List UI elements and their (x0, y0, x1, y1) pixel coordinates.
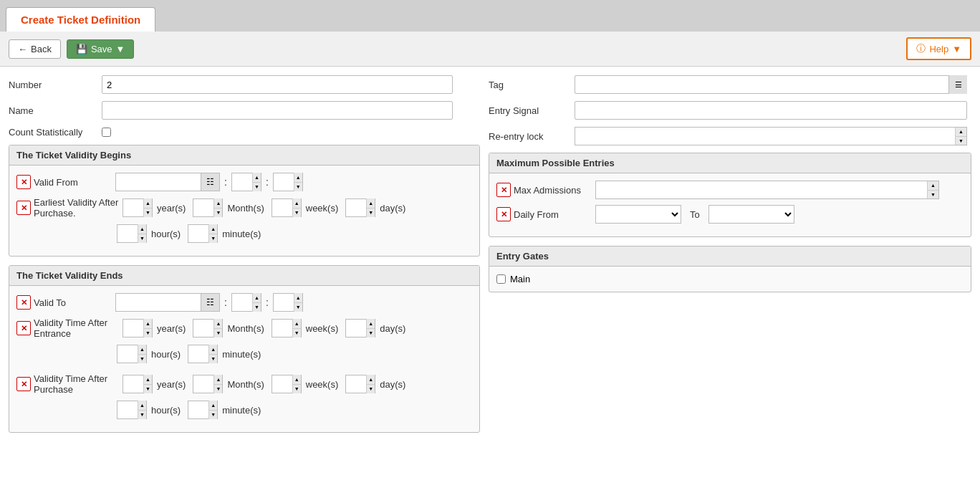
ve-week-up[interactable]: ▲ (293, 319, 301, 329)
ve-hour-input[interactable] (117, 345, 138, 363)
validity-entrance-clear-button[interactable]: ✕ (16, 321, 31, 335)
vp-year-down[interactable]: ▼ (144, 385, 152, 394)
ve-minute-input[interactable] (188, 345, 208, 363)
ev-year-input[interactable] (123, 199, 143, 216)
valid-from-calendar-icon[interactable]: ☷ (201, 173, 220, 191)
vp-year-input[interactable] (123, 375, 143, 393)
ev-hour-input[interactable] (117, 225, 138, 242)
max-admissions-input[interactable] (596, 181, 927, 198)
ve-day-input[interactable] (346, 320, 366, 337)
ve-year-down[interactable]: ▼ (144, 329, 152, 338)
max-admissions-down[interactable]: ▼ (928, 191, 938, 199)
reentry-lock-input[interactable] (575, 128, 955, 145)
valid-to-hour-down[interactable]: ▼ (253, 303, 261, 312)
reentry-lock-down[interactable]: ▼ (956, 137, 966, 145)
help-button[interactable]: ⓘ Help ▼ (906, 37, 971, 60)
vp-hour-down[interactable]: ▼ (138, 411, 146, 420)
max-admissions-up[interactable]: ▲ (928, 181, 938, 191)
ve-hour-up[interactable]: ▲ (138, 345, 146, 355)
valid-from-minute-up[interactable]: ▲ (294, 173, 302, 183)
valid-from-hour-input[interactable] (232, 173, 252, 191)
entry-signal-input[interactable] (575, 101, 967, 120)
vp-minute-down[interactable]: ▼ (209, 411, 217, 420)
ev-year-down[interactable]: ▼ (144, 209, 152, 218)
ev-day-input[interactable] (346, 199, 366, 216)
valid-from-date-input[interactable] (115, 173, 201, 191)
ve-month-input[interactable] (193, 320, 213, 337)
ev-day-up[interactable]: ▲ (367, 198, 375, 209)
ev-day-down[interactable]: ▼ (367, 209, 375, 218)
ve-year-up[interactable]: ▲ (144, 319, 152, 329)
ev-month-input[interactable] (193, 199, 213, 216)
tag-list-button[interactable]: ☰ (948, 75, 967, 94)
number-input[interactable] (102, 75, 453, 94)
count-statistically-checkbox[interactable] (102, 128, 111, 137)
ev-week-input[interactable] (272, 199, 292, 216)
valid-from-minute-input[interactable] (274, 173, 294, 191)
ev-hour-down[interactable]: ▼ (138, 234, 146, 244)
ev-month-up[interactable]: ▲ (214, 198, 222, 209)
valid-to-minute-up[interactable]: ▲ (294, 293, 302, 303)
tag-label: Tag (489, 80, 575, 90)
vp-day-down[interactable]: ▼ (367, 385, 375, 394)
validity-begins-section: The Ticket Validity Begins ✕ Valid From … (9, 145, 480, 257)
ve-minute-down[interactable]: ▼ (209, 355, 217, 364)
vp-hour-input[interactable] (117, 401, 138, 418)
vp-week-up[interactable]: ▲ (293, 375, 301, 385)
ve-day-up[interactable]: ▲ (367, 319, 375, 329)
valid-to-minute-input[interactable] (274, 294, 294, 311)
ve-hour-down[interactable]: ▼ (138, 355, 146, 364)
daily-from-select[interactable] (595, 205, 681, 224)
ev-year-up[interactable]: ▲ (144, 198, 152, 209)
vp-month-up[interactable]: ▲ (214, 375, 222, 385)
reentry-lock-row: Re-entry lock ▲ ▼ (489, 127, 971, 145)
vp-year-up[interactable]: ▲ (144, 375, 152, 385)
back-button[interactable]: ← Back (9, 39, 61, 59)
daily-to-select[interactable] (708, 205, 794, 224)
save-button[interactable]: 💾 Save ▼ (67, 39, 135, 59)
valid-to-date-input[interactable] (115, 293, 201, 312)
ve-month-down[interactable]: ▼ (214, 329, 222, 338)
ve-month-up[interactable]: ▲ (214, 319, 222, 329)
ev-minute-down[interactable]: ▼ (209, 234, 217, 244)
main-gate-checkbox[interactable] (496, 274, 506, 284)
validity-ends-title: The Ticket Validity Ends (9, 266, 479, 286)
ev-month-down[interactable]: ▼ (214, 209, 222, 218)
max-admissions-clear-button[interactable]: ✕ (496, 183, 511, 197)
vp-month-input[interactable] (193, 375, 213, 393)
vp-day-up[interactable]: ▲ (367, 375, 375, 385)
vp-day-input[interactable] (346, 375, 366, 393)
ve-minute-up[interactable]: ▲ (209, 345, 217, 355)
name-input[interactable] (102, 101, 453, 120)
vp-month-down[interactable]: ▼ (214, 385, 222, 394)
validity-purchase-clear-button[interactable]: ✕ (16, 377, 31, 391)
valid-from-clear-button[interactable]: ✕ (16, 175, 31, 189)
valid-from-hour-down[interactable]: ▼ (253, 183, 261, 192)
valid-to-clear-button[interactable]: ✕ (16, 295, 31, 310)
ev-minute-input[interactable] (188, 225, 208, 242)
ev-hour-up[interactable]: ▲ (138, 224, 146, 234)
valid-from-hour-up[interactable]: ▲ (253, 173, 261, 183)
vp-minute-up[interactable]: ▲ (209, 401, 217, 411)
tag-input[interactable] (575, 75, 967, 94)
ve-day-down[interactable]: ▼ (367, 329, 375, 338)
valid-to-hour-input[interactable] (232, 294, 252, 311)
valid-from-minute-down[interactable]: ▼ (294, 183, 302, 192)
ve-week-down[interactable]: ▼ (293, 329, 301, 338)
valid-to-hour-up[interactable]: ▲ (253, 293, 261, 303)
valid-to-minute-down[interactable]: ▼ (294, 303, 302, 312)
valid-to-calendar-icon[interactable]: ☷ (201, 293, 220, 312)
ev-week-down[interactable]: ▼ (293, 209, 301, 218)
create-ticket-definition-tab[interactable]: Create Ticket Definition (6, 7, 155, 32)
earliest-validity-clear-button[interactable]: ✕ (16, 201, 31, 215)
ve-week-input[interactable] (272, 320, 292, 337)
vp-hour-up[interactable]: ▲ (138, 401, 146, 411)
ve-year-input[interactable] (123, 320, 143, 337)
ev-minute-up[interactable]: ▲ (209, 224, 217, 234)
vp-minute-input[interactable] (188, 401, 208, 418)
daily-from-clear-button[interactable]: ✕ (496, 207, 511, 221)
vp-week-down[interactable]: ▼ (293, 385, 301, 394)
reentry-lock-up[interactable]: ▲ (956, 128, 966, 137)
ev-week-up[interactable]: ▲ (293, 198, 301, 209)
vp-week-input[interactable] (272, 375, 292, 393)
